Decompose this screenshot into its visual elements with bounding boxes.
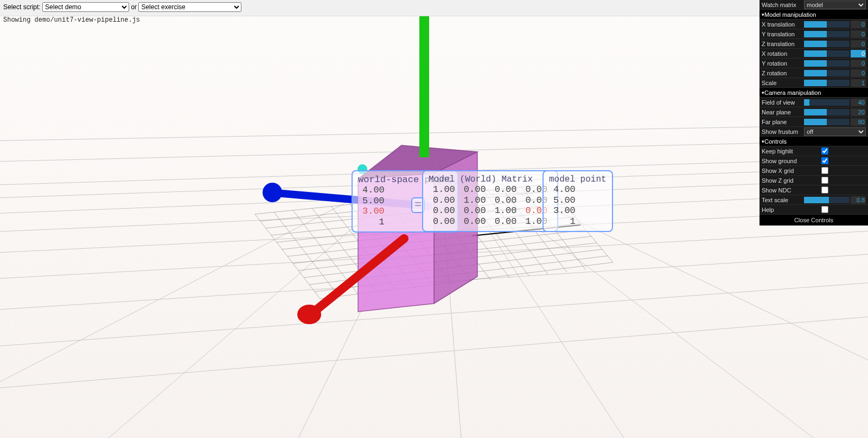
select-demo[interactable]: Select demo <box>42 2 129 12</box>
svg-line-31 <box>255 214 320 299</box>
check-show-x-grid: Show X grid <box>760 166 868 176</box>
slider-far[interactable]: Far plane 80 <box>760 117 868 127</box>
checkbox-help[interactable] <box>821 206 828 213</box>
panel-model-matrix: Model (World) Matrix 1.000.000.000.00 0.… <box>422 170 558 232</box>
check-help: Help <box>760 205 868 215</box>
gui-panel: Watch matrix model Model manipulation X … <box>760 0 868 226</box>
slider-x-translation[interactable]: X translation 0 <box>760 20 868 29</box>
slider-text-scale[interactable]: Text scale 0.8 <box>760 195 868 205</box>
checkbox-show-z-grid[interactable] <box>821 177 828 184</box>
check-show-ground: Show ground <box>760 156 868 166</box>
panel-title: model point <box>549 175 607 184</box>
toolbar: Select script: Select demo or Select exe… <box>0 0 868 16</box>
slider-scale[interactable]: Scale 1 <box>760 78 868 88</box>
slider-z-translation[interactable]: Z translation 0 <box>760 39 868 49</box>
status-line: Showing demo/unit7-view-pipeline.js <box>3 16 140 24</box>
panel-model-point: model point 4.00 5.00 3.00 1 <box>542 170 613 232</box>
select-exercise[interactable]: Select exercise <box>138 2 241 12</box>
show-frustum-select[interactable]: off <box>804 127 866 136</box>
slider-z-rotation[interactable]: Z rotation 0 <box>760 68 868 78</box>
section-model[interactable]: Model manipulation <box>760 10 868 20</box>
check-show-z-grid: Show Z grid <box>760 176 868 185</box>
watch-matrix-select[interactable]: model <box>804 1 866 9</box>
checkbox-show-ground[interactable] <box>821 157 828 164</box>
close-controls-button[interactable]: Close Controls <box>760 215 868 226</box>
section-camera[interactable]: Camera manipulation <box>760 88 868 98</box>
checkbox-keep-highlit[interactable] <box>821 147 828 154</box>
section-controls[interactable]: Controls <box>760 137 868 146</box>
select-script-label: Select script: <box>3 3 41 11</box>
watch-matrix-row: Watch matrix model <box>760 0 868 10</box>
panel-title: Model (World) Matrix <box>429 175 533 184</box>
svg-line-7 <box>0 304 868 401</box>
svg-line-32 <box>274 212 339 297</box>
or-label: or <box>131 3 137 11</box>
svg-line-17 <box>0 122 868 144</box>
checkbox-show-x-grid[interactable] <box>821 167 828 174</box>
show-frustum-row: Show frustum off <box>760 127 868 137</box>
check-show-ndc: Show NDC <box>760 185 868 195</box>
checkbox-show-ndc[interactable] <box>821 186 828 194</box>
check-keep-highlit: Keep highlit <box>760 146 868 156</box>
svg-point-55 <box>297 305 321 324</box>
slider-y-rotation[interactable]: Y rotation 0 <box>760 59 868 68</box>
svg-point-49 <box>263 183 282 202</box>
slider-x-rotation[interactable]: X rotation 0 <box>760 49 868 59</box>
slider-near[interactable]: Near plane 20 <box>760 107 868 117</box>
slider-y-translation[interactable]: Y translation 0 <box>760 29 868 39</box>
slider-fov[interactable]: Field of view 40 <box>760 98 868 107</box>
